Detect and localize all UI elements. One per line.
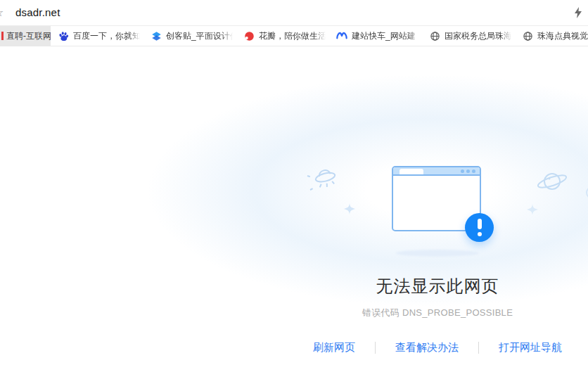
bookmark-item-zhipin[interactable]: 直聘-互联网 bbox=[0, 26, 51, 46]
bookmark-item-huaban[interactable]: 花瓣，陪你做生活 bbox=[243, 26, 327, 46]
bookmark-item-jianzhankuaiche[interactable]: 建站快车_网站建 bbox=[336, 26, 420, 46]
chuangkit-layers-icon bbox=[151, 30, 162, 41]
illustration-window-titlebar bbox=[393, 167, 480, 176]
favorite-star-icon[interactable]: ☆ bbox=[0, 6, 4, 19]
error-exclamation-icon bbox=[465, 213, 494, 242]
illustration-shadow bbox=[396, 250, 479, 257]
view-solutions-link[interactable]: 查看解决办法 bbox=[395, 341, 459, 354]
sparkle-icon bbox=[527, 204, 538, 215]
huaban-red-circle-icon bbox=[243, 30, 255, 41]
error-page: 无法显示此网页 错误代码 DNS_PROBE_POSSIBLE 刷新网页 查看解… bbox=[0, 46, 588, 372]
globe-icon bbox=[429, 30, 440, 41]
bookmark-item-tax-bureau[interactable]: 国家税务总局珠海 bbox=[429, 26, 513, 46]
bookmark-label: 珠海点典视觉设 bbox=[537, 30, 588, 42]
error-code-text: 错误代码 DNS_PROBE_POSSIBLE bbox=[285, 307, 588, 319]
divider bbox=[478, 342, 479, 354]
bookmark-item-baidu[interactable]: 百度一下，你就知 bbox=[58, 26, 141, 46]
bookmark-item-diandian-visual[interactable]: 珠海点典视觉设 bbox=[522, 26, 588, 46]
bookmark-label: 国家税务总局珠海 bbox=[445, 30, 513, 42]
ufo-icon bbox=[306, 166, 343, 200]
error-illustration bbox=[0, 46, 588, 372]
bookmark-label: 花瓣，陪你做生活 bbox=[259, 30, 327, 42]
illustration-window-tab bbox=[400, 169, 423, 174]
lightning-icon[interactable] bbox=[574, 7, 582, 18]
globe-icon bbox=[522, 30, 533, 41]
bookmark-label: 创客贴_平面设计作 bbox=[166, 30, 234, 42]
divider bbox=[375, 342, 376, 354]
baidu-paw-icon bbox=[58, 30, 69, 41]
address-url[interactable]: dsadr.net bbox=[15, 6, 60, 18]
jianzhankuaiche-icon bbox=[336, 30, 347, 41]
error-title: 无法显示此网页 bbox=[285, 275, 588, 297]
bookmark-label: 建站快车_网站建 bbox=[352, 30, 420, 42]
error-action-links: 刷新网页 查看解决办法 打开网址导航 bbox=[285, 341, 588, 354]
circle-decoration-icon bbox=[582, 184, 588, 201]
planet-icon bbox=[535, 166, 570, 197]
illustration-window-dots bbox=[461, 169, 475, 173]
bookmark-item-chuangkit[interactable]: 创客贴_平面设计作 bbox=[151, 26, 234, 46]
bookmarks-bar: 直聘-互联网 百度一下，你就知 创客贴_平面设计作 bbox=[0, 26, 588, 46]
boss-favicon-sliver-icon bbox=[1, 32, 4, 40]
bookmark-label: 直聘-互联网 bbox=[6, 30, 51, 42]
browser-titlebar: ☆ dsadr.net bbox=[0, 0, 588, 26]
refresh-page-link[interactable]: 刷新网页 bbox=[313, 341, 355, 354]
open-site-navigation-link[interactable]: 打开网址导航 bbox=[499, 341, 562, 354]
sparkle-icon bbox=[344, 203, 355, 214]
bookmark-label: 百度一下，你就知 bbox=[73, 30, 141, 42]
